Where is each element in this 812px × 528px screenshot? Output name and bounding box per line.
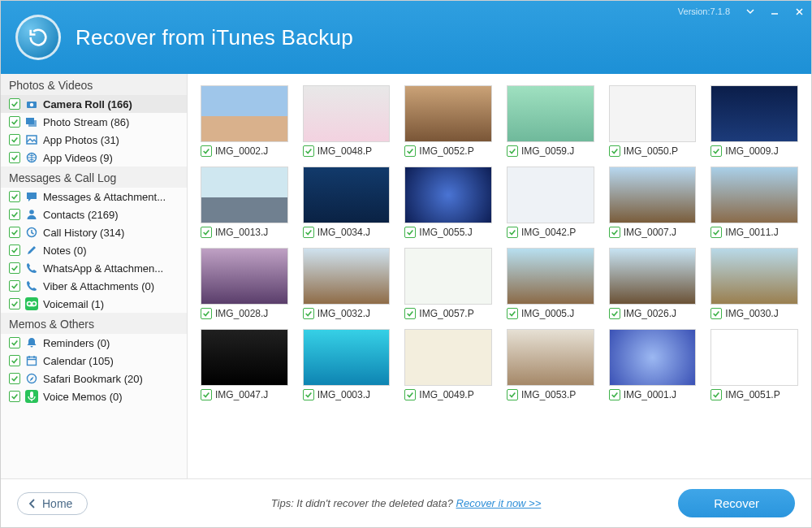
thumbnail[interactable]: IMG_0048.P bbox=[303, 85, 391, 157]
checkbox[interactable] bbox=[9, 191, 20, 202]
thumbnail-image[interactable] bbox=[303, 248, 391, 305]
thumbnail-image[interactable] bbox=[404, 85, 492, 142]
thumbnail[interactable]: IMG_0030.J bbox=[710, 248, 798, 319]
minimize-button[interactable] bbox=[762, 1, 787, 22]
checkbox[interactable] bbox=[201, 145, 212, 157]
sidebar-item[interactable]: App Photos (31) bbox=[1, 131, 187, 149]
checkbox[interactable] bbox=[9, 227, 20, 238]
checkbox[interactable] bbox=[507, 145, 518, 157]
checkbox[interactable] bbox=[9, 209, 20, 220]
thumbnail[interactable]: IMG_0032.J bbox=[303, 248, 391, 319]
checkbox[interactable] bbox=[303, 145, 314, 157]
thumbnail-image[interactable] bbox=[609, 248, 697, 305]
checkbox[interactable] bbox=[303, 308, 314, 319]
thumbnail-image[interactable] bbox=[710, 167, 798, 223]
sidebar-item[interactable]: App Videos (9) bbox=[1, 149, 187, 167]
thumbnail-image[interactable] bbox=[201, 248, 288, 305]
sidebar-item[interactable]: Safari Bookmark (20) bbox=[1, 370, 187, 387]
thumbnail[interactable]: IMG_0053.P bbox=[507, 329, 594, 400]
thumbnail-image[interactable] bbox=[609, 167, 697, 223]
checkbox[interactable] bbox=[507, 308, 518, 319]
thumbnail-image[interactable] bbox=[404, 167, 492, 223]
checkbox[interactable] bbox=[404, 389, 416, 400]
thumbnail[interactable]: IMG_0007.J bbox=[609, 167, 697, 238]
thumbnail-image[interactable] bbox=[710, 329, 798, 386]
checkbox[interactable] bbox=[303, 389, 314, 400]
thumbnail-image[interactable] bbox=[507, 248, 594, 305]
checkbox[interactable] bbox=[9, 391, 20, 402]
checkbox[interactable] bbox=[9, 98, 20, 110]
checkbox[interactable] bbox=[710, 389, 722, 400]
thumbnail[interactable]: IMG_0051.P bbox=[710, 329, 798, 400]
thumbnail[interactable]: IMG_0011.J bbox=[710, 167, 798, 238]
checkbox[interactable] bbox=[9, 373, 20, 384]
checkbox[interactable] bbox=[201, 308, 212, 319]
thumbnail[interactable]: IMG_0047.J bbox=[201, 329, 288, 400]
checkbox[interactable] bbox=[9, 262, 20, 274]
thumbnail-image[interactable] bbox=[710, 85, 798, 142]
recover-button[interactable]: Recover bbox=[678, 489, 795, 517]
thumbnail[interactable]: IMG_0034.J bbox=[303, 167, 391, 238]
dropdown-button[interactable] bbox=[738, 1, 762, 22]
thumbnail[interactable]: IMG_0028.J bbox=[201, 248, 288, 319]
checkbox[interactable] bbox=[9, 337, 20, 348]
thumbnail[interactable]: IMG_0057.P bbox=[404, 248, 492, 319]
checkbox[interactable] bbox=[9, 152, 20, 163]
thumbnail[interactable]: IMG_0052.P bbox=[404, 85, 492, 157]
sidebar-item[interactable]: Camera Roll (166) bbox=[1, 95, 187, 113]
checkbox[interactable] bbox=[609, 145, 620, 157]
sidebar-item[interactable]: Voicemail (1) bbox=[1, 295, 187, 313]
checkbox[interactable] bbox=[404, 308, 416, 319]
thumbnail-image[interactable] bbox=[303, 85, 391, 142]
checkbox[interactable] bbox=[9, 245, 20, 256]
checkbox[interactable] bbox=[710, 227, 722, 238]
thumbnail[interactable]: IMG_0013.J bbox=[201, 167, 288, 238]
checkbox[interactable] bbox=[507, 389, 518, 400]
checkbox[interactable] bbox=[9, 116, 20, 128]
checkbox[interactable] bbox=[609, 389, 620, 400]
home-button[interactable]: Home bbox=[17, 492, 88, 515]
thumbnail[interactable]: IMG_0042.P bbox=[507, 167, 594, 238]
recover-now-link[interactable]: Recover it now >> bbox=[456, 497, 542, 509]
thumbnail[interactable]: IMG_0059.J bbox=[507, 85, 594, 157]
sidebar-item[interactable]: Voice Memos (0) bbox=[1, 387, 187, 405]
thumbnail-image[interactable] bbox=[609, 329, 697, 386]
thumbnail-image[interactable] bbox=[507, 167, 594, 223]
checkbox[interactable] bbox=[710, 145, 722, 157]
thumbnail[interactable]: IMG_0049.P bbox=[404, 329, 492, 400]
thumbnail[interactable]: IMG_0026.J bbox=[609, 248, 697, 319]
checkbox[interactable] bbox=[201, 389, 212, 400]
sidebar-item[interactable]: Call History (314) bbox=[1, 223, 187, 241]
thumbnail[interactable]: IMG_0009.J bbox=[710, 85, 798, 157]
thumbnail[interactable]: IMG_0055.J bbox=[404, 167, 492, 238]
sidebar-item[interactable]: Notes (0) bbox=[1, 241, 187, 259]
checkbox[interactable] bbox=[9, 355, 20, 366]
thumbnail-image[interactable] bbox=[201, 167, 288, 223]
sidebar-item[interactable]: Viber & Attachments (0) bbox=[1, 277, 187, 295]
sidebar-item[interactable]: Messages & Attachment... bbox=[1, 188, 187, 206]
thumbnail[interactable]: IMG_0050.P bbox=[609, 85, 697, 157]
sidebar-item[interactable]: Calendar (105) bbox=[1, 352, 187, 370]
checkbox[interactable] bbox=[404, 227, 416, 238]
thumbnail-image[interactable] bbox=[609, 85, 697, 142]
thumbnail-image[interactable] bbox=[303, 167, 391, 223]
thumbnail[interactable]: IMG_0001.J bbox=[609, 329, 697, 400]
checkbox[interactable] bbox=[9, 298, 20, 309]
thumbnail[interactable]: IMG_0003.J bbox=[303, 329, 391, 400]
checkbox[interactable] bbox=[9, 280, 20, 292]
thumbnail[interactable]: IMG_0002.J bbox=[201, 85, 288, 157]
thumbnail-image[interactable] bbox=[710, 248, 798, 305]
checkbox[interactable] bbox=[201, 227, 212, 238]
thumbnail[interactable]: IMG_0005.J bbox=[507, 248, 594, 319]
close-button[interactable] bbox=[787, 1, 811, 22]
checkbox[interactable] bbox=[404, 145, 416, 157]
thumbnail-image[interactable] bbox=[404, 329, 492, 386]
thumbnail-image[interactable] bbox=[201, 85, 288, 142]
checkbox[interactable] bbox=[9, 134, 20, 145]
thumbnail-image[interactable] bbox=[507, 85, 594, 142]
thumbnail-image[interactable] bbox=[507, 329, 594, 386]
sidebar-item[interactable]: Photo Stream (86) bbox=[1, 113, 187, 131]
thumbnail-image[interactable] bbox=[201, 329, 288, 386]
sidebar-item[interactable]: WhatsApp & Attachmen... bbox=[1, 259, 187, 277]
checkbox[interactable] bbox=[303, 227, 314, 238]
